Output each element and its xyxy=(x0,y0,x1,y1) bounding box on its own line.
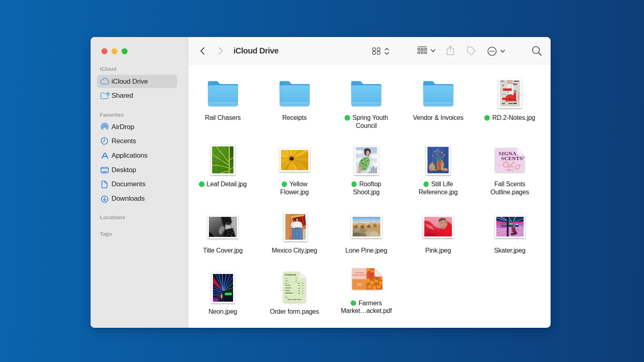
svg-text:Luna Park: Luna Park xyxy=(355,272,364,274)
svg-text:Farmer’s Market: Farmer’s Market xyxy=(352,274,366,276)
svg-text:“bull-oom with a hum.”: “bull-oom with a hum.” xyxy=(287,298,302,300)
svg-text:SCENTS’: SCENTS’ xyxy=(501,155,524,161)
svg-text:Freshcan: Freshcan xyxy=(285,273,296,276)
